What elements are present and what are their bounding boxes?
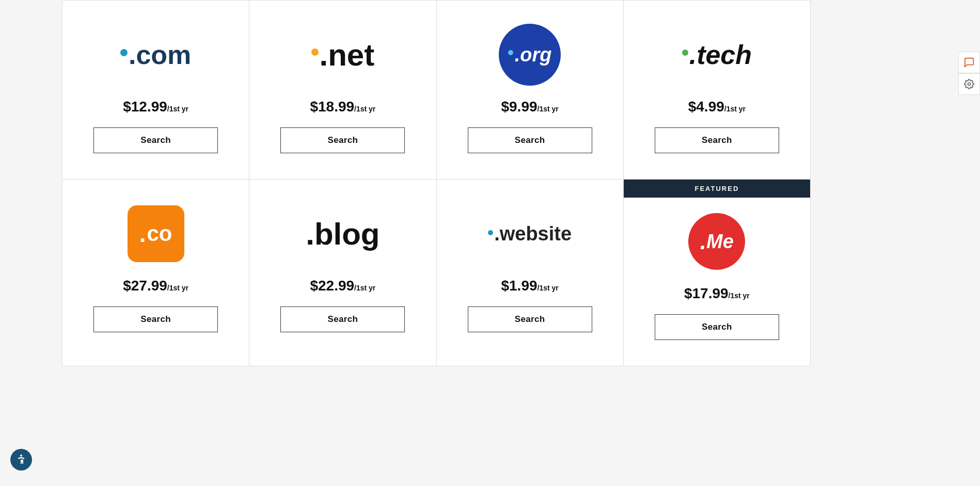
svg-point-1 [968,83,971,86]
price-suffix-me: /1st yr [729,291,750,300]
search-button-website[interactable]: Search [468,306,592,332]
price-website: $1.99/1st yr [501,278,558,294]
price-main-website: $1.99 [501,278,537,294]
featured-badge: FEATURED [624,180,810,198]
domain-card-net: .net $18.99/1st yr Search [249,1,436,180]
logo-tech: .tech [682,21,752,88]
domain-card-tech: .tech $4.99/1st yr Search [624,1,811,180]
price-me: $17.99/1st yr [684,285,750,302]
side-tools-panel [958,52,980,95]
price-suffix-co: /1st yr [167,284,188,292]
price-main-me: $17.99 [684,285,729,301]
price-suffix-tech: /1st yr [724,105,746,113]
domain-card-me: FEATURED .Me $17.99/1st yr Search [624,180,811,366]
search-button-co[interactable]: Search [93,306,218,332]
price-main-com: $12.99 [123,99,167,115]
domain-card-com: .com $12.99/1st yr Search [62,1,249,180]
price-main-co: $27.99 [123,278,167,294]
price-tech: $4.99/1st yr [688,99,746,115]
logo-org: .org [499,21,561,88]
logo-com: .com [120,21,191,88]
price-suffix-net: /1st yr [354,105,375,113]
price-main-blog: $22.99 [310,278,354,294]
search-button-com[interactable]: Search [93,127,218,153]
price-net: $18.99/1st yr [310,99,375,115]
search-button-org[interactable]: Search [468,127,592,153]
logo-me: .Me [688,208,745,275]
price-suffix-com: /1st yr [167,105,188,113]
price-suffix-blog: /1st yr [354,284,375,292]
search-button-net[interactable]: Search [280,127,405,153]
domain-card-blog: .blog $22.99/1st yr Search [249,180,436,366]
search-button-me[interactable]: Search [655,314,779,340]
logo-co: .co [128,200,184,267]
price-suffix-org: /1st yr [538,105,559,113]
domain-card-website: .website $1.99/1st yr Search [437,180,624,366]
accessibility-button[interactable] [10,449,32,471]
price-main-tech: $4.99 [688,99,724,115]
logo-website: .website [488,200,572,267]
logo-net: .net [311,21,375,88]
price-suffix-website: /1st yr [538,284,559,292]
domain-card-co: .co $27.99/1st yr Search [62,180,249,366]
settings-tool-button[interactable] [958,73,980,95]
price-main-net: $18.99 [310,99,354,115]
price-blog: $22.99/1st yr [310,278,375,294]
price-org: $9.99/1st yr [501,99,558,115]
domain-card-org: .org $9.99/1st yr Search [437,1,624,180]
chat-tool-button[interactable] [958,52,980,73]
search-button-blog[interactable]: Search [280,306,405,332]
price-main-org: $9.99 [501,99,537,115]
svg-point-0 [20,455,22,457]
logo-blog: .blog [306,200,380,267]
price-com: $12.99/1st yr [123,99,188,115]
search-button-tech[interactable]: Search [655,127,779,153]
domain-grid: .com $12.99/1st yr Search .net $18.99/1s… [62,0,811,366]
price-co: $27.99/1st yr [123,278,188,294]
